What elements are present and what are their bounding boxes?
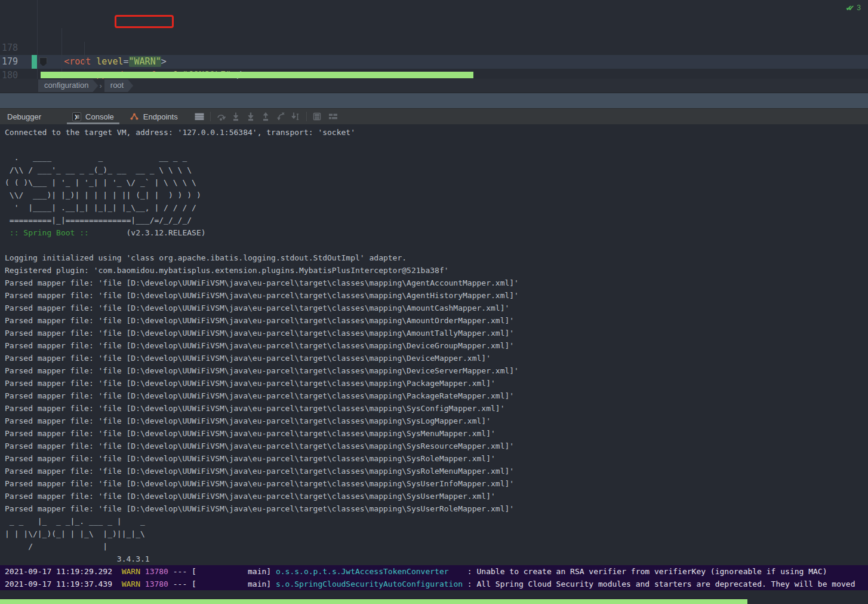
- console-line: Parsed mapper file: 'file [D:\develop\UU…: [5, 364, 868, 377]
- console-line: [5, 239, 868, 252]
- console-line: Parsed mapper file: 'file [D:\develop\UU…: [5, 302, 868, 314]
- console-line: Parsed mapper file: 'file [D:\develop\UU…: [5, 415, 868, 427]
- console-line: Parsed mapper file: 'file [D:\develop\UU…: [5, 352, 868, 364]
- evaluate-expression-icon[interactable]: [310, 111, 325, 122]
- debug-toolwindow-tabbar: Debugger ❯ Console Endpoints: [0, 108, 868, 124]
- tab-debugger[interactable]: Debugger: [0, 109, 48, 124]
- console-line: /\\ / ___'_ __ _ _(_)_ __ __ _ \ \ \ \: [5, 164, 868, 176]
- toolwindow-header-strip: [0, 93, 868, 108]
- line-number: 178: [0, 41, 37, 55]
- console-line: 2021-09-17 11:19:37.439 WARN 13780 --- […: [0, 578, 868, 590]
- console-line: ( ( )\___ | '_ | '_| | '_ \/ _` | \ \ \ …: [5, 176, 868, 189]
- console-line: Parsed mapper file: 'file [D:\develop\UU…: [5, 289, 868, 302]
- console-line: ' |____| .__|_| |_|_| |_\__, | / / / /: [5, 201, 868, 214]
- indent-guide: [84, 42, 85, 69]
- code-text: <root level="WARN">: [37, 55, 868, 69]
- console-line: \\/ ___)| |_)| | | | | || (_| | ) ) ) ): [5, 189, 868, 201]
- console-line: / |: [5, 540, 868, 553]
- console-line: Parsed mapper file: 'file [D:\develop\UU…: [5, 377, 868, 390]
- editor-line[interactable]: 179 <root level="WARN">: [0, 55, 868, 69]
- breadcrumb-item-configuration[interactable]: configuration: [38, 79, 98, 92]
- toolbar-separator: [210, 112, 211, 121]
- force-step-into-icon[interactable]: [244, 111, 258, 122]
- console-line: Parsed mapper file: 'file [D:\develop\UU…: [5, 339, 868, 352]
- console-line: Parsed mapper file: 'file [D:\develop\UU…: [5, 390, 868, 402]
- console-line: 2021-09-17 11:19:29.292 WARN 13780 --- […: [0, 565, 868, 578]
- console-line: 3.4.3.1: [5, 553, 868, 565]
- code-text: [37, 41, 868, 55]
- line-number: 180: [0, 69, 37, 79]
- console-line: Logging initialized using 'class org.apa…: [5, 252, 868, 264]
- editor-progress-bar: [41, 72, 473, 78]
- console-line: Parsed mapper file: 'file [D:\develop\UU…: [5, 327, 868, 339]
- annotation-box: [115, 15, 174, 28]
- console-line: _ _ |_ _ _|_. ___ _ | _: [5, 515, 868, 528]
- xml-editor[interactable]: 178179 <root level="WARN">180 <appender-…: [0, 0, 868, 79]
- console-line: Connected to the target VM, address: '12…: [5, 126, 868, 139]
- change-marker: [32, 55, 37, 69]
- tab-endpoints[interactable]: Endpoints: [122, 109, 185, 124]
- editor-line[interactable]: 178: [0, 41, 868, 55]
- console-line: Parsed mapper file: 'file [D:\develop\UU…: [5, 490, 868, 502]
- console-line: Parsed mapper file: 'file [D:\develop\UU…: [5, 465, 868, 477]
- console-line: =========|_|==============|___/=/_/_/_/: [5, 214, 868, 226]
- breadcrumb-item-root[interactable]: root: [104, 79, 133, 92]
- console-line: Registered plugin: 'com.baomidou.mybatis…: [5, 264, 868, 277]
- console-icon: ❯: [72, 112, 81, 121]
- tab-debugger-label: Debugger: [7, 112, 41, 121]
- console-line: Parsed mapper file: 'file [D:\develop\UU…: [5, 452, 868, 465]
- console-line: Parsed mapper file: 'file [D:\develop\UU…: [5, 477, 868, 490]
- console-line: Parsed mapper file: 'file [D:\develop\UU…: [5, 277, 868, 289]
- console-line: :: Spring Boot :: (v2.3.12.RELEASE): [5, 226, 868, 239]
- endpoints-icon: [130, 112, 139, 121]
- inspections-ok-icon: ✔✔: [846, 1, 855, 15]
- console-line: . ____ _ __ _ _: [5, 151, 868, 164]
- run-to-cursor-icon[interactable]: [288, 111, 303, 122]
- menu-icon[interactable]: [192, 111, 207, 122]
- breadcrumb: configuration › root: [0, 79, 868, 93]
- chevron-right-icon: ›: [99, 81, 101, 90]
- console-line: Parsed mapper file: 'file [D:\develop\UU…: [5, 314, 868, 327]
- drop-frame-icon[interactable]: [273, 111, 288, 122]
- tab-console[interactable]: ❯ Console: [65, 109, 121, 124]
- step-out-icon[interactable]: [258, 111, 273, 122]
- bottom-progress-bar: [0, 599, 747, 604]
- console-line: Parsed mapper file: 'file [D:\develop\UU…: [5, 427, 868, 440]
- toolbar-separator: [306, 112, 307, 121]
- tab-console-label: Console: [85, 112, 114, 121]
- step-over-icon[interactable]: [214, 111, 229, 122]
- inspection-count: 3: [857, 1, 861, 15]
- layout-settings-icon[interactable]: [326, 111, 341, 122]
- inspection-widget[interactable]: ✔✔ 3: [846, 1, 861, 15]
- console-output[interactable]: Connected to the target VM, address: '12…: [0, 124, 868, 604]
- tab-endpoints-label: Endpoints: [143, 112, 178, 121]
- console-line: | | |\/|_)(_| | |_\ |_)||_|_\: [5, 528, 868, 540]
- console-line: [5, 139, 868, 151]
- console-line: Parsed mapper file: 'file [D:\develop\UU…: [5, 440, 868, 452]
- step-into-icon[interactable]: [229, 111, 244, 122]
- console-line: Parsed mapper file: 'file [D:\develop\UU…: [5, 502, 868, 515]
- console-line: Parsed mapper file: 'file [D:\develop\UU…: [5, 402, 868, 415]
